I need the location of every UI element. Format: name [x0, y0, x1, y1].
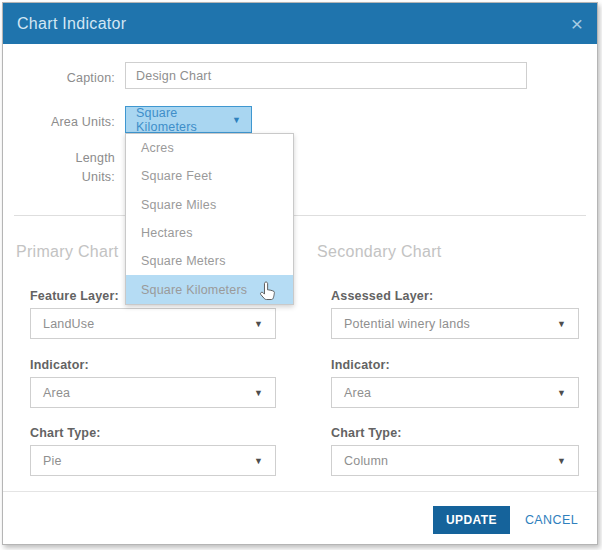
chevron-down-icon: ▼: [254, 456, 263, 466]
chevron-down-icon: ▼: [232, 115, 241, 125]
chevron-down-icon: ▼: [557, 456, 566, 466]
section-divider: [14, 215, 586, 216]
assessed-layer-label: Assessed Layer:: [331, 289, 433, 303]
area-units-value: Square Kilometers: [136, 106, 232, 134]
close-icon[interactable]: ×: [571, 13, 583, 34]
secondary-indicator-value: Area: [344, 386, 371, 400]
dialog-header: Chart Indicator ×: [3, 3, 597, 44]
caption-label: Caption:: [3, 69, 115, 88]
secondary-chart-type-select[interactable]: Column ▼: [331, 445, 579, 476]
primary-indicator-select[interactable]: Area ▼: [30, 377, 276, 408]
secondary-chart-type-label: Chart Type:: [331, 426, 402, 440]
caption-input[interactable]: [125, 62, 527, 89]
chevron-down-icon: ▼: [557, 388, 566, 398]
length-units-label-line2: Units:: [3, 168, 115, 187]
assessed-layer-select[interactable]: Potential winery lands ▼: [331, 308, 579, 339]
footer-actions: UPDATE CANCEL: [433, 506, 578, 534]
primary-indicator-label: Indicator:: [30, 358, 89, 372]
primary-indicator-value: Area: [43, 386, 70, 400]
footer-divider: [3, 491, 597, 492]
dropdown-option-label: Square Kilometers: [141, 283, 247, 297]
feature-layer-select[interactable]: LandUse ▼: [30, 308, 276, 339]
chart-indicator-dialog: Chart Indicator × Caption: Area Units: S…: [2, 2, 598, 545]
chevron-down-icon: ▼: [254, 319, 263, 329]
length-units-label: Length Units:: [3, 149, 115, 187]
update-button[interactable]: UPDATE: [433, 506, 510, 534]
area-units-dropdown[interactable]: Square Kilometers ▼: [125, 106, 252, 133]
area-units-label: Area Units:: [3, 113, 115, 132]
secondary-indicator-label: Indicator:: [331, 358, 390, 372]
feature-layer-label: Feature Layer:: [30, 289, 119, 303]
assessed-layer-value: Potential winery lands: [344, 317, 470, 331]
primary-chart-type-label: Chart Type:: [30, 426, 101, 440]
primary-chart-type-select[interactable]: Pie ▼: [30, 445, 276, 476]
dropdown-option-square-miles[interactable]: Square Miles: [126, 191, 293, 219]
length-units-label-line1: Length: [3, 149, 115, 168]
dialog-title: Chart Indicator: [17, 15, 126, 33]
primary-chart-heading: Primary Chart: [16, 243, 119, 261]
dropdown-option-square-feet[interactable]: Square Feet: [126, 162, 293, 190]
secondary-indicator-select[interactable]: Area ▼: [331, 377, 579, 408]
dropdown-option-hectares[interactable]: Hectares: [126, 219, 293, 247]
cancel-button[interactable]: CANCEL: [525, 513, 578, 527]
secondary-chart-heading: Secondary Chart: [317, 243, 442, 261]
feature-layer-value: LandUse: [43, 317, 94, 331]
chevron-down-icon: ▼: [557, 319, 566, 329]
dropdown-option-square-kilometers[interactable]: Square Kilometers: [126, 275, 293, 303]
secondary-chart-type-value: Column: [344, 454, 388, 468]
hand-cursor-icon: [258, 280, 279, 304]
dropdown-option-square-meters[interactable]: Square Meters: [126, 247, 293, 275]
primary-chart-type-value: Pie: [43, 454, 62, 468]
dropdown-option-acres[interactable]: Acres: [126, 134, 293, 162]
area-units-dropdown-list: Acres Square Feet Square Miles Hectares …: [125, 133, 294, 305]
chevron-down-icon: ▼: [254, 388, 263, 398]
